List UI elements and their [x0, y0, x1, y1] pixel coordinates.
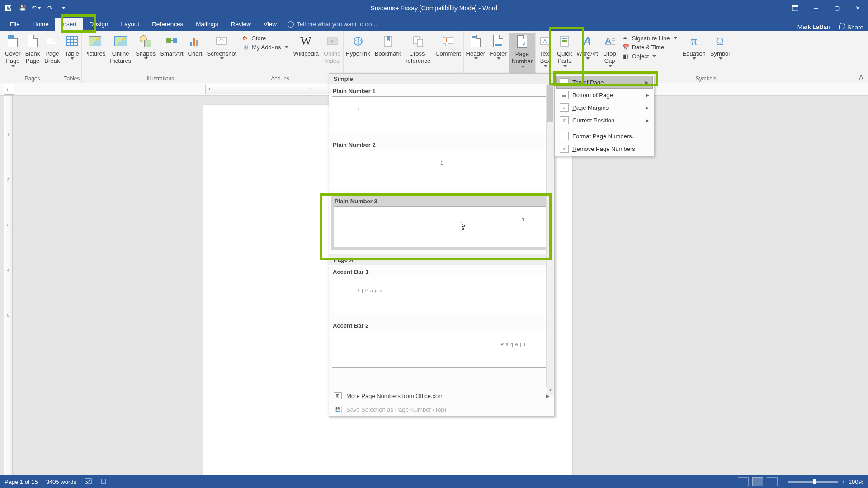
page-break-button[interactable]: PageBreak: [42, 33, 62, 75]
title-bar: W 💾 ↶ ↷ Suspense Essay [Compatibility Mo…: [0, 0, 868, 16]
blank-page-button[interactable]: BlankPage: [23, 33, 42, 75]
remove-icon: ✕: [560, 145, 569, 153]
text-box-button[interactable]: ATextBox: [536, 33, 555, 75]
pictures-button[interactable]: Pictures: [82, 33, 108, 75]
page-number-button[interactable]: #PageNumber: [509, 33, 535, 75]
tab-review[interactable]: Review: [225, 18, 257, 31]
scrollbar-thumb[interactable]: [547, 85, 553, 122]
equation-button[interactable]: πEquation: [680, 33, 708, 75]
signature-line-button[interactable]: ✒Signature Line: [622, 34, 677, 42]
online-pictures-icon: [113, 34, 128, 48]
my-addins-button[interactable]: ⊞My Add-ins: [242, 43, 288, 51]
tab-layout[interactable]: Layout: [115, 18, 146, 31]
tab-insert[interactable]: Insert: [55, 18, 83, 31]
gallery-item-plain-number-1[interactable]: Plain Number 1 1: [332, 86, 552, 133]
redo-button[interactable]: ↷: [44, 3, 55, 14]
tab-design[interactable]: Design: [83, 18, 115, 31]
table-button[interactable]: Table: [62, 33, 81, 75]
minimize-button[interactable]: ─: [806, 0, 826, 16]
vertical-ruler[interactable]: 12345: [4, 96, 13, 475]
smartart-button[interactable]: SmartArt: [158, 33, 185, 75]
menu-format-page-numbers[interactable]: ⋮Format Page Numbers...: [556, 130, 653, 142]
gallery-item-accent-bar-2[interactable]: Accent Bar 2 P a g e | 1: [332, 320, 552, 368]
svg-text:W: W: [7, 6, 11, 11]
spelling-icon[interactable]: [85, 478, 92, 486]
svg-rect-5: [173, 38, 177, 43]
close-button[interactable]: ✕: [847, 0, 868, 16]
read-mode-button[interactable]: [738, 477, 749, 486]
online-video-button[interactable]: OnlineVideo: [321, 33, 343, 75]
cover-page-icon: [5, 34, 20, 48]
zoom-slider[interactable]: [788, 481, 838, 483]
wikipedia-button[interactable]: WWikipedia: [291, 33, 321, 75]
web-layout-button[interactable]: [767, 477, 778, 486]
gallery-scrollbar[interactable]: ▴ ▾: [546, 85, 554, 387]
word-icon: W: [4, 3, 14, 14]
addins-icon: ⊞: [242, 43, 249, 51]
chart-button[interactable]: Chart: [186, 33, 205, 75]
user-name[interactable]: Mark LaBarr: [797, 23, 831, 30]
group-illustrations: Pictures OnlinePictures Shapes SmartArt …: [82, 31, 239, 83]
tell-me-search[interactable]: Tell me what you want to do...: [283, 18, 382, 31]
tab-mailings[interactable]: Mailings: [189, 18, 225, 31]
ribbon-display-options-icon[interactable]: [785, 0, 806, 16]
wordart-button[interactable]: AWordArt: [574, 33, 600, 75]
maximize-button[interactable]: ▢: [826, 0, 847, 16]
header-button[interactable]: Header: [464, 33, 488, 75]
page-break-icon: [45, 34, 59, 48]
gallery-category-simple: Simple: [329, 74, 554, 84]
cross-reference-button[interactable]: Cross-reference: [403, 33, 433, 75]
gallery-item-plain-number-2[interactable]: Plain Number 2 1: [332, 140, 552, 187]
save-icon[interactable]: 💾: [17, 3, 28, 14]
menu-page-margins[interactable]: #Page Margins▶: [556, 101, 653, 114]
tab-stop-selector[interactable]: ∟: [4, 84, 14, 95]
online-pictures-button[interactable]: OnlinePictures: [108, 33, 133, 75]
object-button[interactable]: ◧Object: [622, 52, 677, 60]
more-page-numbers-button[interactable]: ⊞More Page Numbers from Office.com▶: [329, 389, 554, 403]
footer-button[interactable]: Footer: [487, 33, 509, 75]
equation-icon: π: [687, 34, 701, 48]
macro-icon[interactable]: [100, 478, 107, 486]
tab-file[interactable]: File: [4, 18, 26, 31]
object-icon: ◧: [622, 52, 629, 60]
shapes-button[interactable]: Shapes: [133, 33, 158, 75]
gallery-item-plain-number-3[interactable]: Plain Number 3 1: [331, 193, 552, 250]
date-time-button[interactable]: 📅Date & Time: [622, 43, 677, 51]
print-layout-button[interactable]: [752, 477, 763, 486]
zoom-out-button[interactable]: −: [781, 479, 785, 485]
hyperlink-button[interactable]: Hyperlink: [344, 33, 373, 75]
cover-page-button[interactable]: CoverPage: [3, 33, 23, 75]
gallery-item-accent-bar-1[interactable]: Accent Bar 1 1 | P a g e: [332, 267, 552, 314]
tab-view[interactable]: View: [257, 18, 283, 31]
page-info[interactable]: Page 1 of 15: [5, 479, 38, 485]
drop-cap-button[interactable]: ADropCap: [600, 33, 619, 75]
screenshot-button[interactable]: Screenshot: [205, 33, 239, 75]
wikipedia-icon: W: [299, 34, 313, 48]
horizontal-ruler[interactable]: 11: [205, 85, 327, 94]
menu-top-of-page[interactable]: ▬Top of Page▶: [556, 76, 653, 89]
menu-remove-page-numbers[interactable]: ✕Remove Page Numbers: [556, 142, 653, 155]
symbol-button[interactable]: ΩSymbol: [708, 33, 732, 75]
share-button[interactable]: Share: [839, 23, 863, 31]
tab-home[interactable]: Home: [26, 18, 55, 31]
zoom-level[interactable]: 100%: [849, 479, 863, 485]
top-of-page-icon: ▬: [560, 78, 569, 86]
bookmark-button[interactable]: Bookmark: [373, 33, 404, 75]
tab-references[interactable]: References: [146, 18, 189, 31]
window-controls: ─ ▢ ✕: [785, 0, 868, 16]
quick-access-toolbar: W 💾 ↶ ↷: [0, 3, 69, 14]
drop-cap-icon: A: [603, 34, 617, 48]
collapse-ribbon-button[interactable]: ᐱ: [859, 74, 863, 81]
menu-bottom-of-page[interactable]: ▬Bottom of Page▶: [556, 89, 653, 101]
table-icon: [65, 34, 79, 48]
office-icon: ⊞: [334, 392, 342, 399]
qat-customize[interactable]: [58, 3, 69, 14]
quick-parts-button[interactable]: QuickParts: [555, 33, 574, 75]
undo-button[interactable]: ↶: [31, 3, 42, 14]
date-time-icon: 📅: [622, 43, 629, 51]
store-button[interactable]: 🛍Store: [242, 34, 288, 42]
word-count[interactable]: 3405 words: [46, 479, 76, 485]
comment-button[interactable]: Comment: [433, 33, 463, 75]
menu-current-position[interactable]: #Current Position▶: [556, 114, 653, 127]
zoom-in-button[interactable]: +: [841, 479, 845, 485]
